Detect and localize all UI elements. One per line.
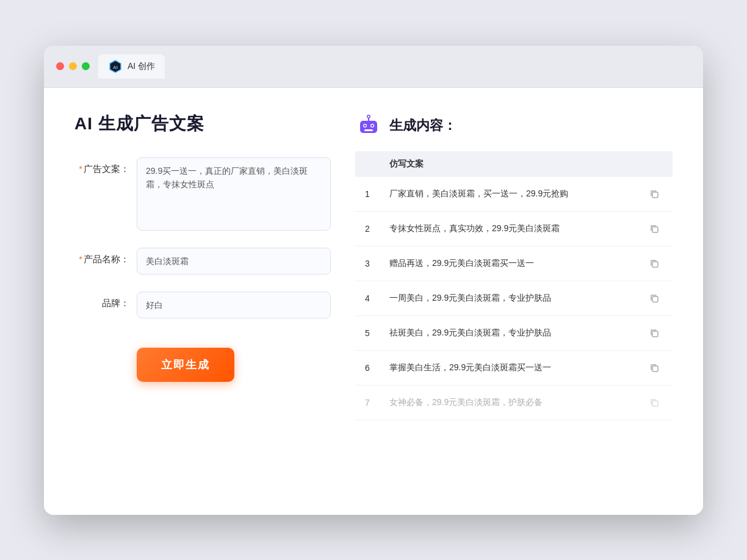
brand-group: 品牌： bbox=[74, 292, 331, 318]
row-text: 掌握美白生活，29.9元美白淡斑霜买一送一 bbox=[380, 350, 636, 385]
minimize-button[interactable] bbox=[69, 62, 77, 70]
result-header: 生成内容： bbox=[355, 112, 673, 139]
svg-point-6 bbox=[372, 124, 374, 126]
row-number: 6 bbox=[355, 350, 380, 385]
copy-button[interactable] bbox=[646, 220, 663, 237]
svg-rect-16 bbox=[652, 366, 658, 372]
ad-copy-label: *广告文案： bbox=[74, 157, 129, 175]
brand-label: 品牌： bbox=[74, 292, 129, 309]
ai-tab[interactable]: AI AI 创作 bbox=[98, 54, 165, 79]
traffic-lights bbox=[56, 62, 90, 70]
page-title: AI 生成广告文案 bbox=[74, 112, 331, 135]
row-number: 7 bbox=[355, 385, 380, 420]
col-num bbox=[355, 151, 380, 177]
copy-button[interactable] bbox=[646, 394, 663, 411]
table-row: 5祛斑美白，29.9元美白淡斑霜，专业护肤品 bbox=[355, 315, 673, 350]
copy-button[interactable] bbox=[646, 359, 663, 376]
maximize-button[interactable] bbox=[82, 62, 90, 70]
svg-rect-14 bbox=[652, 296, 658, 302]
copy-button[interactable] bbox=[646, 185, 663, 203]
generate-button[interactable]: 立即生成 bbox=[137, 348, 234, 382]
results-table: 仿写文案 1厂家直销，美白淡斑霜，买一送一，29.9元抢购 2专抹女性斑点，真实… bbox=[355, 151, 673, 420]
ai-tab-icon: AI bbox=[108, 59, 123, 74]
row-text: 一周美白，29.9元美白淡斑霜，专业护肤品 bbox=[380, 281, 636, 315]
svg-text:AI: AI bbox=[113, 65, 118, 70]
result-title: 生成内容： bbox=[389, 117, 457, 135]
row-text: 赠品再送，29.9元美白淡斑霜买一送一 bbox=[380, 246, 636, 281]
svg-point-5 bbox=[364, 124, 366, 126]
row-number: 1 bbox=[355, 177, 380, 212]
row-number: 4 bbox=[355, 281, 380, 315]
svg-rect-13 bbox=[652, 262, 658, 267]
brand-input[interactable] bbox=[137, 292, 331, 318]
table-row: 1厂家直销，美白淡斑霜，买一送一，29.9元抢购 bbox=[355, 177, 673, 212]
row-number: 5 bbox=[355, 315, 380, 350]
tab-label: AI 创作 bbox=[128, 61, 155, 72]
copy-button[interactable] bbox=[646, 290, 663, 307]
table-row: 6掌握美白生活，29.9元美白淡斑霜买一送一 bbox=[355, 350, 673, 385]
ad-copy-input[interactable] bbox=[137, 157, 331, 231]
browser-titlebar: AI AI 创作 bbox=[44, 46, 703, 88]
table-row: 3赠品再送，29.9元美白淡斑霜买一送一 bbox=[355, 246, 673, 281]
ad-copy-required: * bbox=[79, 163, 82, 174]
svg-rect-17 bbox=[652, 401, 658, 406]
browser-content: AI 生成广告文案 *广告文案： *产品名称： 品牌： 立 bbox=[44, 88, 703, 515]
left-panel: AI 生成广告文案 *广告文案： *产品名称： 品牌： 立 bbox=[74, 112, 331, 490]
svg-rect-12 bbox=[652, 227, 658, 232]
product-name-label: *产品名称： bbox=[74, 248, 129, 265]
row-text: 专抹女性斑点，真实功效，29.9元美白淡斑霜 bbox=[380, 211, 636, 246]
product-name-group: *产品名称： bbox=[74, 248, 331, 275]
row-text: 祛斑美白，29.9元美白淡斑霜，专业护肤品 bbox=[380, 315, 636, 350]
table-row: 2专抹女性斑点，真实功效，29.9元美白淡斑霜 bbox=[355, 211, 673, 246]
col-header: 仿写文案 bbox=[380, 151, 636, 177]
copy-button[interactable] bbox=[646, 325, 663, 342]
row-text: 女神必备，29.9元美白淡斑霜，护肤必备 bbox=[380, 385, 636, 420]
row-number: 3 bbox=[355, 246, 380, 281]
robot-icon bbox=[355, 112, 382, 139]
right-panel: 生成内容： 仿写文案 1厂家直销，美白淡斑霜，买一送一，29.9元抢购 2专抹女… bbox=[355, 112, 673, 490]
row-number: 2 bbox=[355, 211, 380, 246]
svg-point-10 bbox=[368, 115, 370, 117]
table-row: 4一周美白，29.9元美白淡斑霜，专业护肤品 bbox=[355, 281, 673, 315]
row-text: 厂家直销，美白淡斑霜，买一送一，29.9元抢购 bbox=[380, 177, 636, 212]
close-button[interactable] bbox=[56, 62, 64, 70]
svg-rect-15 bbox=[652, 331, 658, 337]
product-name-input[interactable] bbox=[137, 248, 331, 275]
browser-window: AI AI 创作 AI 生成广告文案 *广告文案： *产品名称： bbox=[44, 46, 703, 515]
copy-button[interactable] bbox=[646, 255, 663, 272]
ad-copy-group: *广告文案： bbox=[74, 157, 331, 231]
svg-rect-11 bbox=[652, 192, 658, 198]
table-row: 7女神必备，29.9元美白淡斑霜，护肤必备 bbox=[355, 385, 673, 420]
col-action bbox=[636, 151, 673, 177]
product-name-required: * bbox=[79, 254, 82, 264]
svg-rect-7 bbox=[364, 129, 373, 131]
